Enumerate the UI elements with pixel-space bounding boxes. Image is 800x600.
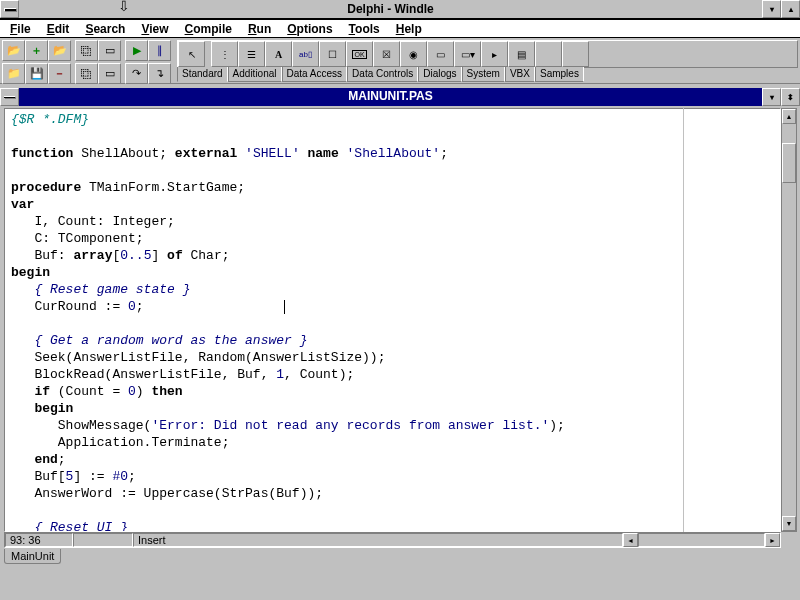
- pause-icon: ∥: [157, 44, 163, 57]
- editor-title: MAINUNIT.PAS: [19, 88, 762, 106]
- combobox-icon: ▭▾: [461, 49, 475, 60]
- window-icon: ▭: [105, 67, 115, 80]
- toolbar: 📂 ＋ 📂 📁 💾 － ⿻ ▭ ⿻ ▭ ▶ ∥ ↷ ↴ ↖: [0, 38, 800, 84]
- palette-button[interactable]: OK: [346, 41, 373, 67]
- pause-button[interactable]: ∥: [148, 40, 171, 61]
- palette-combobox[interactable]: ▭▾: [454, 41, 481, 67]
- scrollbar-icon: ▸: [492, 49, 497, 60]
- arrow-down-decoration: ⇩: [118, 0, 130, 14]
- listbox-icon: ▭: [436, 49, 445, 60]
- groupbox-icon: ▤: [517, 49, 526, 60]
- editor-minimize-button[interactable]: ▾: [762, 88, 781, 106]
- form-icon: ▭: [105, 44, 115, 57]
- folder-icon: 📂: [7, 44, 21, 57]
- edit-icon: ab▯: [299, 50, 312, 59]
- palette-label[interactable]: A: [265, 41, 292, 67]
- menu-options[interactable]: Options: [279, 21, 340, 37]
- palette-groupbox[interactable]: ▤: [508, 41, 535, 67]
- step-into-icon: ↴: [155, 67, 164, 80]
- palette-radiogroup[interactable]: [535, 41, 562, 67]
- play-icon: ▶: [133, 44, 141, 57]
- open-button[interactable]: 📂: [48, 40, 71, 61]
- menu-edit[interactable]: Edit: [39, 21, 78, 37]
- maximize-button[interactable]: ▴: [781, 0, 800, 18]
- palette-panel[interactable]: [562, 41, 589, 67]
- radio-icon: ◉: [409, 49, 418, 60]
- code-editor[interactable]: {$R *.DFM} function ShellAbout; external…: [4, 108, 781, 532]
- scroll-thumb[interactable]: [782, 143, 796, 183]
- hscroll-left-button[interactable]: ◄: [623, 533, 638, 547]
- menu-help[interactable]: Help: [388, 21, 430, 37]
- palette-listbox[interactable]: ▭: [427, 41, 454, 67]
- remove-button[interactable]: －: [48, 63, 71, 84]
- editor-sysmenu[interactable]: [0, 88, 19, 106]
- palette-tab-additional[interactable]: Additional: [228, 67, 282, 82]
- palette-scrollbar[interactable]: ▸: [481, 41, 508, 67]
- editor-restore-button[interactable]: ⬍: [781, 88, 800, 106]
- text-caret: [284, 300, 285, 314]
- menu-compile[interactable]: Compile: [177, 21, 240, 37]
- button-icon: OK: [352, 50, 366, 59]
- save-button[interactable]: 💾: [25, 63, 48, 84]
- palette-memo[interactable]: ☐: [319, 41, 346, 67]
- palette-pointer[interactable]: ↖: [178, 41, 205, 67]
- system-menu-icon[interactable]: [0, 0, 19, 18]
- file-tabs: MainUnit: [4, 549, 61, 564]
- menu-search[interactable]: Search: [77, 21, 133, 37]
- title-bar: ⇩ Delphi - Windle ▾ ▴: [0, 0, 800, 19]
- save-project-button[interactable]: 📁: [2, 63, 25, 84]
- popup-icon: ☰: [247, 49, 256, 60]
- palette-tab-dialogs[interactable]: Dialogs: [418, 67, 461, 82]
- scroll-up-button[interactable]: ▲: [782, 109, 796, 124]
- palette-tab-samples[interactable]: Samples: [535, 67, 584, 82]
- menu-run[interactable]: Run: [240, 21, 279, 37]
- minimize-button[interactable]: ▾: [762, 0, 781, 18]
- step-over-button[interactable]: ↷: [125, 63, 148, 84]
- window-title: Delphi - Windle: [19, 2, 762, 16]
- step-over-icon: ↷: [132, 67, 141, 80]
- copy-button[interactable]: ⿻: [75, 40, 98, 61]
- status-position: 93: 36: [5, 533, 73, 547]
- hscroll-right-button[interactable]: ►: [765, 533, 780, 547]
- menu-view[interactable]: View: [133, 21, 176, 37]
- editor-window: MAINUNIT.PAS ▾ ⬍ {$R *.DFM} function She…: [0, 88, 800, 580]
- disk-icon: 💾: [30, 67, 44, 80]
- menu-icon: ⋮: [220, 49, 230, 60]
- palette-tab-system[interactable]: System: [462, 67, 505, 82]
- paste-button[interactable]: ⿻: [75, 63, 98, 84]
- menu-file[interactable]: File: [2, 21, 39, 37]
- label-icon: A: [275, 49, 282, 60]
- palette-edit[interactable]: ab▯: [292, 41, 319, 67]
- palette-tab-datacontrols[interactable]: Data Controls: [347, 67, 418, 82]
- palette-radiobutton[interactable]: ◉: [400, 41, 427, 67]
- open-project-button[interactable]: 📂: [2, 40, 25, 61]
- window-button[interactable]: ▭: [98, 63, 121, 84]
- checkbox-icon: ☒: [382, 49, 391, 60]
- palette-tab-dataaccess[interactable]: Data Access: [282, 67, 348, 82]
- step-into-button[interactable]: ↴: [148, 63, 171, 84]
- memo-icon: ☐: [328, 49, 337, 60]
- run-button[interactable]: ▶: [125, 40, 148, 61]
- plus-icon: ＋: [31, 43, 42, 58]
- palette-popupmenu[interactable]: ☰: [238, 41, 265, 67]
- status-bar: 93: 36 Insert ◄ ►: [4, 532, 781, 548]
- file-tab-mainunit[interactable]: MainUnit: [4, 549, 61, 564]
- palette-mainmenu[interactable]: ⋮: [211, 41, 238, 67]
- palette-tab-standard[interactable]: Standard: [177, 67, 228, 82]
- status-modified: [73, 533, 133, 547]
- folder-save-icon: 📁: [7, 67, 21, 80]
- menu-tools[interactable]: Tools: [341, 21, 388, 37]
- editor-gutter-line: [683, 108, 684, 532]
- menu-bar: File Edit Search View Compile Run Option…: [0, 19, 800, 38]
- form-button[interactable]: ▭: [98, 40, 121, 61]
- palette-tab-vbx[interactable]: VBX: [505, 67, 535, 82]
- palette-checkbox[interactable]: ☒: [373, 41, 400, 67]
- copy-icon: ⿻: [81, 45, 92, 57]
- paste-icon: ⿻: [81, 68, 92, 80]
- pointer-icon: ↖: [188, 49, 196, 60]
- new-button[interactable]: ＋: [25, 40, 48, 61]
- scroll-down-button[interactable]: ▼: [782, 516, 796, 531]
- vertical-scrollbar[interactable]: ▲ ▼: [781, 108, 797, 532]
- status-mode: Insert: [133, 533, 623, 547]
- component-palette: ↖ ⋮ ☰ A ab▯ ☐ OK ☒ ◉ ▭ ▭▾ ▸ ▤ Standard A…: [177, 40, 798, 82]
